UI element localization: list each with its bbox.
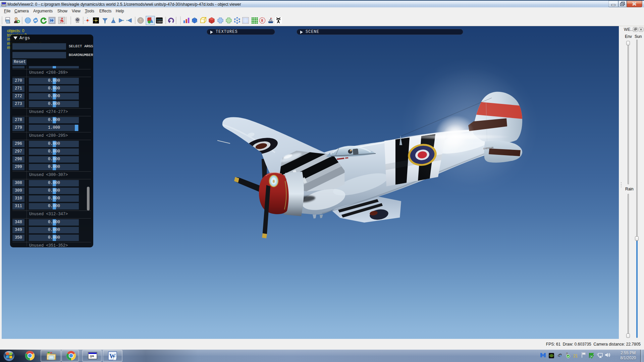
svg-text:LODDIST: LODDIST: [157, 21, 164, 23]
svg-text:QtS: QtS: [90, 355, 94, 358]
svg-text:21: 21: [573, 354, 578, 358]
svg-text:8: 8: [261, 18, 263, 22]
